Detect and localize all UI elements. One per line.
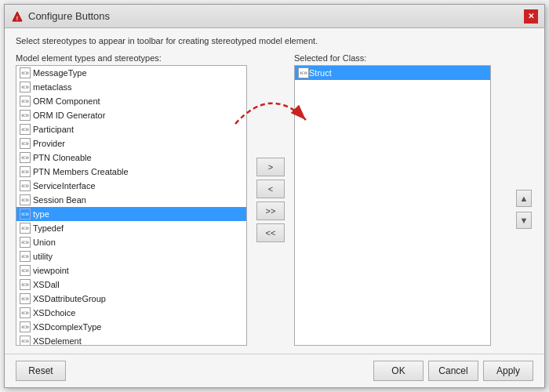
left-panel-label: Model element types and stereotypes: — [16, 53, 247, 63]
list-item[interactable]: «»PTN Members Creatable — [16, 165, 246, 179]
panels-container: Model element types and stereotypes: «»M… — [16, 53, 533, 346]
list-item[interactable]: «»viewpoint — [16, 263, 246, 278]
reset-button[interactable]: Reset — [16, 361, 66, 381]
title-bar: ! Configure Buttons ✕ — [5, 5, 544, 28]
move-left-button[interactable]: < — [256, 180, 285, 198]
list-item[interactable]: «»Union — [16, 235, 246, 249]
list-item[interactable]: «»ServiceInterface — [16, 179, 246, 193]
right-panel: Selected for Class: «»Struct — [294, 53, 491, 346]
footer: Reset OK Cancel Apply — [5, 354, 544, 387]
right-list-box[interactable]: «»Struct — [294, 65, 491, 346]
move-all-left-button[interactable]: << — [256, 223, 285, 242]
right-arrows: ▲ ▼ — [514, 53, 533, 346]
list-item[interactable]: «»MessageType — [16, 66, 246, 80]
left-panel: Model element types and stereotypes: «»M… — [16, 53, 247, 346]
list-item[interactable]: «»metaclass — [16, 80, 246, 94]
close-button[interactable]: ✕ — [524, 9, 538, 24]
list-item[interactable]: «»Session Bean — [16, 193, 246, 207]
dialog-body: Select stereotypes to appear in toolbar … — [5, 28, 544, 354]
middle-buttons: > < >> << — [247, 53, 294, 346]
configure-buttons-dialog: ! Configure Buttons ✕ Select stereotypes… — [4, 4, 545, 388]
app-icon: ! — [11, 10, 24, 23]
list-item[interactable]: «»ORM Component — [16, 94, 246, 108]
list-item[interactable]: «»utility — [16, 249, 246, 263]
dialog-title: Configure Buttons — [28, 10, 110, 22]
ok-button[interactable]: OK — [373, 361, 424, 381]
footer-right: OK Cancel Apply — [373, 361, 533, 381]
list-item[interactable]: «»Participant — [16, 122, 246, 136]
list-item[interactable]: «»XSDelement — [16, 334, 246, 346]
title-bar-left: ! Configure Buttons — [11, 10, 110, 23]
list-item[interactable]: «»PTN Cloneable — [16, 151, 246, 165]
move-up-button[interactable]: ▲ — [516, 190, 532, 207]
list-item[interactable]: «»Provider — [16, 136, 246, 151]
left-list-box[interactable]: «»MessageType«»metaclass«»ORM Component«… — [16, 65, 247, 346]
description-text: Select stereotypes to appear in toolbar … — [16, 36, 533, 45]
right-list-item[interactable]: «»Struct — [295, 66, 490, 80]
move-down-button[interactable]: ▼ — [516, 212, 532, 229]
move-right-button[interactable]: > — [256, 158, 285, 176]
list-item[interactable]: «»ORM ID Generator — [16, 108, 246, 122]
list-item[interactable]: «»XSDcomplexType — [16, 320, 246, 334]
right-panel-label: Selected for Class: — [294, 53, 491, 63]
footer-left: Reset — [16, 361, 66, 381]
svg-text:!: ! — [16, 15, 18, 20]
apply-button[interactable]: Apply — [483, 361, 533, 381]
list-item[interactable]: «»XSDall — [16, 278, 246, 292]
list-item[interactable]: «»XSDchoice — [16, 306, 246, 320]
move-all-right-button[interactable]: >> — [256, 201, 285, 220]
cancel-button[interactable]: Cancel — [428, 361, 478, 381]
list-item[interactable]: «»Typedef — [16, 221, 246, 235]
list-item[interactable]: «»type — [16, 207, 246, 221]
list-item[interactable]: «»XSDattributeGroup — [16, 292, 246, 306]
